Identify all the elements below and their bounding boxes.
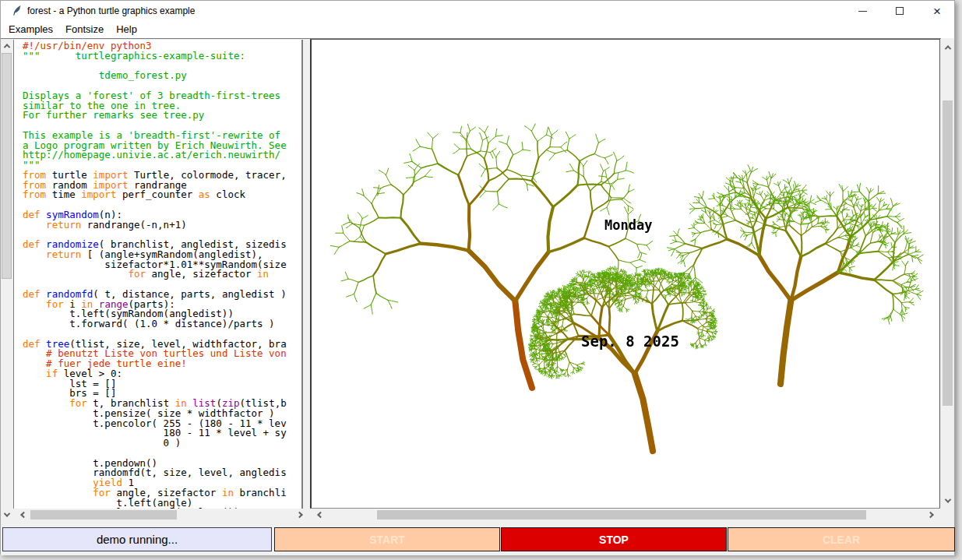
code-line: for angle, sizefactor in bbox=[23, 269, 301, 280]
scroll-down-arrow-icon[interactable] bbox=[1, 509, 12, 521]
bottom-bar: demo running... START STOP CLEAR bbox=[1, 521, 954, 555]
code-horizontal-scrollbar[interactable] bbox=[13, 509, 304, 521]
code-hscroll-thumb[interactable] bbox=[30, 510, 177, 519]
scroll-down-arrow-icon[interactable] bbox=[942, 495, 953, 507]
window-title: forest - a Python turtle graphics exampl… bbox=[27, 1, 195, 21]
menu-item-help[interactable]: Help bbox=[110, 21, 143, 38]
status-label: demo running... bbox=[2, 527, 272, 551]
stop-button[interactable]: STOP bbox=[501, 527, 727, 551]
scroll-left-arrow-icon[interactable] bbox=[313, 509, 326, 521]
code-viewer[interactable]: #!/usr/bin/env python3""" turtlegraphics… bbox=[13, 40, 303, 509]
code-vertical-scrollbar[interactable] bbox=[1, 40, 12, 521]
code-lines: #!/usr/bin/env python3""" turtlegraphics… bbox=[23, 41, 301, 509]
canvas-vertical-scrollbar[interactable] bbox=[941, 40, 954, 509]
scroll-up-arrow-icon[interactable] bbox=[942, 41, 953, 54]
code-line: For further remarks see tree.py bbox=[23, 111, 301, 121]
start-button[interactable]: START bbox=[274, 527, 500, 551]
app-window: forest - a Python turtle graphics exampl… bbox=[0, 0, 955, 555]
code-line: tdemo_forest.py bbox=[23, 71, 301, 81]
scroll-up-arrow-icon[interactable] bbox=[1, 40, 12, 52]
canvas-label-weekday: Monday bbox=[604, 217, 652, 233]
turtle-canvas-frame: Monday Sep. 8 2025 bbox=[310, 39, 940, 509]
turtle-graphics-canvas bbox=[312, 40, 939, 508]
code-line: return randrange(-n,n+1) bbox=[23, 220, 301, 231]
scroll-right-arrow-icon[interactable] bbox=[925, 509, 938, 521]
menubar: Examples Fontsize Help bbox=[1, 21, 954, 38]
clear-button[interactable]: CLEAR bbox=[728, 527, 955, 551]
menu-item-examples[interactable]: Examples bbox=[2, 21, 59, 38]
code-line: t.forward( (1.0 * distance)/parts ) bbox=[23, 319, 301, 329]
code-line: 0 ) bbox=[23, 438, 301, 449]
code-line: from time import perf_counter as clock bbox=[23, 190, 301, 200]
titlebar: forest - a Python turtle graphics exampl… bbox=[1, 1, 954, 21]
minimize-icon bbox=[858, 11, 867, 12]
menu-item-fontsize[interactable]: Fontsize bbox=[59, 21, 110, 38]
code-line: http://homepage.univie.ac.at/erich.neuwi… bbox=[23, 150, 301, 160]
canvas-hscroll-thumb[interactable] bbox=[377, 510, 866, 519]
close-button[interactable]: × bbox=[921, 1, 953, 21]
canvas-label-date: Sep. 8 2025 bbox=[581, 333, 679, 350]
canvas-vscroll-thumb[interactable] bbox=[943, 100, 953, 406]
close-icon: × bbox=[933, 5, 941, 18]
minimize-button[interactable] bbox=[847, 1, 878, 21]
code-vscroll-thumb[interactable] bbox=[2, 53, 12, 279]
maximize-icon bbox=[896, 7, 904, 15]
maximize-button[interactable] bbox=[884, 1, 915, 21]
python-feather-icon bbox=[11, 5, 23, 17]
scroll-right-arrow-icon[interactable] bbox=[294, 509, 307, 521]
code-line: """ turtlegraphics-example-suite: bbox=[23, 51, 301, 62]
scroll-left-arrow-icon[interactable] bbox=[16, 509, 29, 521]
canvas-horizontal-scrollbar[interactable] bbox=[312, 509, 940, 521]
